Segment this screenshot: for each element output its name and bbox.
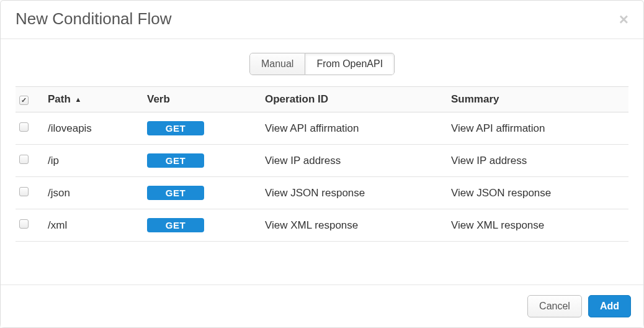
table-row: /iloveapisGETView API affirmationView AP…: [16, 112, 628, 145]
close-icon[interactable]: ×: [619, 11, 628, 27]
row-checkbox[interactable]: [19, 155, 29, 164]
verb-badge: GET: [147, 153, 204, 168]
row-verb-cell: GET: [143, 177, 261, 209]
dialog-body: Manual From OpenAPI Path ▲ Verb Operatio…: [1, 39, 643, 285]
cancel-button[interactable]: Cancel: [527, 295, 582, 317]
mode-toggle-row: Manual From OpenAPI: [16, 39, 628, 86]
tab-manual[interactable]: Manual: [249, 53, 305, 75]
row-path: /ip: [44, 145, 143, 177]
row-verb-cell: GET: [143, 112, 261, 145]
row-checkbox[interactable]: [19, 219, 29, 229]
verb-badge: GET: [147, 186, 204, 200]
dialog-header: New Conditional Flow ×: [1, 1, 643, 39]
tab-from-openapi[interactable]: From OpenAPI: [305, 53, 395, 75]
verb-badge: GET: [147, 121, 204, 135]
row-path: /iloveapis: [44, 112, 143, 145]
row-checkbox[interactable]: [19, 122, 29, 132]
add-button[interactable]: Add: [588, 295, 631, 317]
row-path: /xml: [44, 209, 143, 242]
sort-ascending-icon: ▲: [75, 96, 82, 103]
operations-table: Path ▲ Verb Operation ID Summary /ilovea…: [16, 86, 628, 242]
verb-badge: GET: [147, 218, 204, 232]
dialog-title: New Conditional Flow: [16, 9, 171, 29]
row-verb-cell: GET: [143, 145, 261, 177]
row-path: /json: [44, 177, 143, 209]
table-row: /ipGETView IP addressView IP address: [16, 145, 628, 177]
header-verb[interactable]: Verb: [143, 87, 261, 112]
row-summary: View XML response: [447, 209, 628, 242]
header-operation-id[interactable]: Operation ID: [261, 87, 447, 112]
row-checkbox[interactable]: [19, 187, 29, 196]
row-summary: View IP address: [447, 145, 628, 177]
table-row: /jsonGETView JSON responseView JSON resp…: [16, 177, 628, 209]
select-all-checkbox[interactable]: [19, 96, 29, 105]
mode-toggle: Manual From OpenAPI: [249, 53, 395, 75]
row-operation-id: View IP address: [261, 145, 447, 177]
row-operation-id: View API affirmation: [261, 112, 447, 145]
row-summary: View API affirmation: [447, 112, 628, 145]
header-path[interactable]: Path ▲: [44, 87, 143, 112]
row-operation-id: View XML response: [261, 209, 447, 242]
row-verb-cell: GET: [143, 209, 261, 242]
header-select-all: [16, 87, 44, 112]
row-summary: View JSON response: [447, 177, 628, 209]
dialog-footer: Cancel Add: [1, 285, 643, 327]
new-conditional-flow-dialog: New Conditional Flow × Manual From OpenA…: [0, 0, 644, 328]
header-summary[interactable]: Summary: [447, 87, 628, 112]
header-path-label: Path: [48, 93, 71, 105]
table-row: /xmlGETView XML responseView XML respons…: [16, 209, 628, 242]
row-operation-id: View JSON response: [261, 177, 447, 209]
